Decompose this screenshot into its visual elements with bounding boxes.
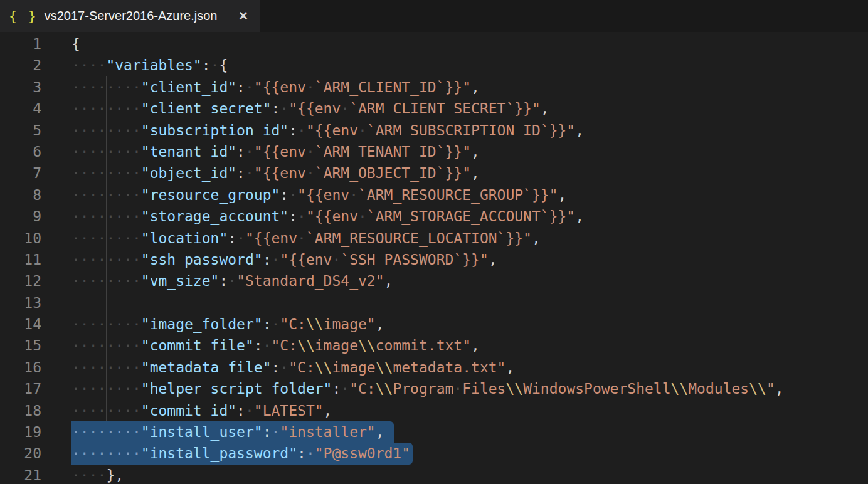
line-content[interactable]: ········"ssh_password":·"{{env·`SSH_PASS… — [71, 249, 497, 270]
whitespace-dots: ···· — [71, 467, 106, 483]
line-number[interactable]: 16 — [0, 357, 71, 378]
line-content-selected[interactable]: ········"install_password":·"P@ssw0rd1" — [71, 443, 413, 464]
line-content[interactable]: ········"tenant_id":·"{{env·`ARM_TENANT_… — [71, 141, 480, 162]
code-line[interactable]: 4········"client_secret":·"{{env·`ARM_CL… — [0, 98, 868, 119]
line-number[interactable]: 14 — [0, 313, 71, 335]
line-content[interactable]: ········"commit_id":·"LATEST", — [71, 400, 332, 421]
line-number[interactable]: 3 — [0, 76, 71, 98]
code-line[interactable]: 11········"ssh_password":·"{{env·`SSH_PA… — [0, 249, 868, 270]
code-token: "subscription_id" — [141, 122, 288, 139]
whitespace-dots: ········ — [71, 445, 141, 461]
code-token: "{{env — [306, 208, 358, 224]
line-number[interactable]: 10 — [0, 228, 71, 249]
line-content[interactable]: ········"storage_account":·"{{env·`ARM_S… — [71, 206, 584, 227]
code-token: "C: — [280, 316, 306, 332]
code-line[interactable]: 5········"subscription_id":·"{{env·`ARM_… — [0, 120, 868, 141]
line-number[interactable]: 11 — [0, 249, 71, 270]
line-number[interactable]: 4 — [0, 98, 71, 119]
whitespace-dots: · — [341, 100, 349, 117]
code-token: : — [288, 122, 297, 139]
line-number[interactable]: 12 — [0, 270, 71, 292]
code-line[interactable]: 21····}, — [0, 465, 868, 484]
code-token: : — [219, 273, 228, 289]
line-number[interactable]: 1 — [0, 33, 71, 55]
code-line[interactable]: 3········"client_id":·"{{env·`ARM_CLIENT… — [0, 76, 868, 98]
code-line[interactable]: 14········"image_folder":·"C:\\image", — [0, 313, 868, 335]
line-number[interactable]: 13 — [0, 292, 71, 313]
code-line[interactable]: 20········"install_password":·"P@ssw0rd1… — [0, 443, 868, 464]
line-content[interactable]: ········"subscription_id":·"{{env·`ARM_S… — [71, 120, 584, 141]
line-number[interactable]: 21 — [0, 465, 71, 484]
code-token: , — [471, 337, 480, 354]
code-line[interactable]: 9········"storage_account":·"{{env·`ARM_… — [0, 206, 868, 227]
line-content[interactable]: ········"vm_size":·"Standard_DS4_v2", — [71, 270, 393, 292]
whitespace-dots: · — [358, 122, 367, 139]
whitespace-dots: · — [245, 79, 254, 95]
whitespace-dots: · — [288, 187, 297, 203]
line-content-selected[interactable]: ········"install_user":·"installer", — [71, 421, 394, 443]
code-token: "variables" — [106, 57, 201, 73]
code-token: "client_id" — [141, 79, 236, 95]
code-token: \\ — [315, 359, 332, 376]
line-number[interactable]: 7 — [0, 162, 71, 184]
whitespace-dots: · — [358, 208, 367, 224]
code-token: \\ — [671, 381, 689, 397]
code-token: "C: — [272, 337, 298, 354]
tab-close-icon[interactable]: ✕ — [236, 9, 251, 23]
code-token: \\ — [376, 381, 393, 397]
code-token: }, — [106, 467, 124, 483]
line-content[interactable]: { — [71, 33, 80, 55]
code-line[interactable]: 1{ — [0, 33, 868, 55]
code-token: "{{env — [254, 165, 306, 181]
code-token: , — [471, 165, 480, 181]
whitespace-dots: · — [263, 337, 272, 354]
code-line[interactable]: 12········"vm_size":·"Standard_DS4_v2", — [0, 270, 868, 292]
line-content[interactable]: ····}, — [71, 465, 124, 484]
code-line[interactable]: 2····"variables":·{ — [0, 55, 868, 76]
whitespace-dots: · — [453, 381, 462, 397]
line-content[interactable]: ········"client_secret":·"{{env·`ARM_CLI… — [71, 98, 549, 119]
editor[interactable]: 1{2····"variables":·{3········"client_id… — [0, 32, 868, 484]
code-token: , — [324, 402, 332, 419]
line-content[interactable]: ········"client_id":·"{{env·`ARM_CLIENT_… — [71, 76, 480, 98]
code-token: \\ — [306, 316, 324, 332]
code-token: , — [505, 359, 514, 376]
code-token: "install_user" — [141, 424, 263, 440]
code-token: "installer" — [280, 424, 375, 440]
code-line[interactable]: 8········"resource_group":·"{{env·`ARM_R… — [0, 184, 868, 206]
code-line[interactable]: 17········"helper_script_folder":·"C:\\P… — [0, 378, 868, 399]
line-content[interactable]: ····"variables":·{ — [71, 55, 228, 76]
code-line[interactable]: 15········"commit_file":·"C:\\image\\com… — [0, 335, 868, 356]
code-line[interactable]: 18········"commit_id":·"LATEST", — [0, 400, 868, 421]
line-number[interactable]: 6 — [0, 141, 71, 162]
line-content[interactable]: ········"location":·"{{env·`ARM_RESOURCE… — [71, 228, 541, 249]
line-content[interactable]: ········"image_folder":·"C:\\image", — [71, 313, 384, 335]
line-number[interactable]: 20 — [0, 443, 71, 464]
line-content[interactable]: ········"commit_file":·"C:\\image\\commi… — [71, 335, 480, 356]
line-number[interactable]: 18 — [0, 400, 71, 421]
line-content[interactable]: ········"resource_group":·"{{env·`ARM_RE… — [71, 184, 566, 206]
code-line[interactable]: 19········"install_user":·"installer", — [0, 421, 868, 443]
code-token: "C: — [349, 381, 376, 397]
line-number[interactable]: 2 — [0, 55, 71, 76]
code-line[interactable]: 10········"location":·"{{env·`ARM_RESOUR… — [0, 228, 868, 249]
line-number[interactable]: 9 — [0, 206, 71, 227]
code-line[interactable]: 16········"metadata_file":·"C:\\image\\m… — [0, 357, 868, 378]
code-line[interactable]: 7········"object_id":·"{{env·`ARM_OBJECT… — [0, 162, 868, 184]
code-line[interactable]: 13 — [0, 292, 868, 313]
whitespace-dots: ········ — [71, 316, 141, 332]
line-number[interactable]: 17 — [0, 378, 71, 399]
whitespace-dots: ········ — [71, 122, 141, 139]
line-content[interactable]: ········"helper_script_folder":·"C:\\Pro… — [71, 378, 784, 399]
line-content[interactable]: ········"object_id":·"{{env·`ARM_OBJECT_… — [71, 162, 480, 184]
line-content[interactable]: ········"metadata_file":·"C:\\image\\met… — [71, 357, 514, 378]
code-token: "helper_script_folder" — [141, 381, 332, 397]
line-number[interactable]: 8 — [0, 184, 71, 206]
line-number[interactable]: 15 — [0, 335, 71, 356]
code-token: : — [236, 79, 245, 95]
line-number[interactable]: 5 — [0, 120, 71, 141]
code-line[interactable]: 6········"tenant_id":·"{{env·`ARM_TENANT… — [0, 141, 868, 162]
tab-vs2017-server2016-azure-json[interactable]: { } vs2017-Server2016-Azure.json ✕ — [0, 0, 260, 32]
line-number[interactable]: 19 — [0, 421, 71, 443]
whitespace-dots: · — [280, 100, 288, 117]
